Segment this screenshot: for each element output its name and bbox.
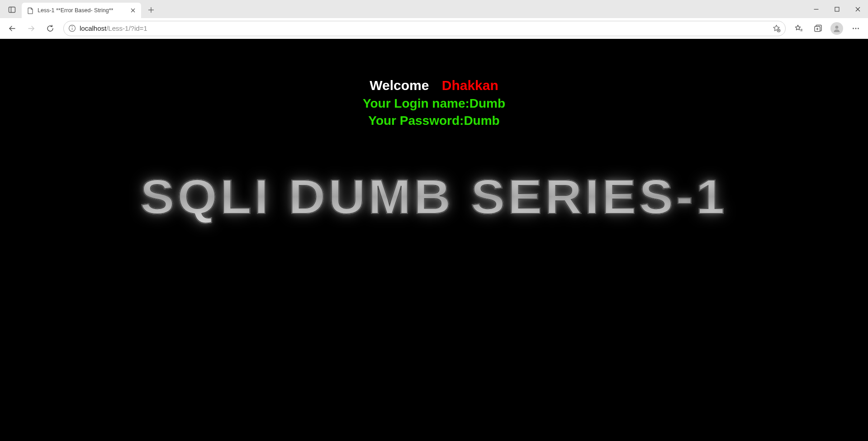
collections-button[interactable] — [809, 20, 826, 37]
minimize-icon — [814, 7, 819, 12]
new-tab-button[interactable] — [144, 3, 158, 17]
svg-point-25 — [855, 28, 857, 29]
svg-point-26 — [858, 28, 859, 29]
tab-actions-button[interactable] — [4, 2, 20, 17]
close-icon — [131, 8, 135, 13]
panel-icon — [8, 6, 16, 14]
svg-point-24 — [853, 28, 854, 29]
browser-tab-strip: Less-1 **Error Based- String** — [0, 0, 868, 18]
site-info-button[interactable] — [68, 24, 76, 32]
tab-title: Less-1 **Error Based- String** — [38, 7, 126, 14]
maximize-icon — [835, 7, 840, 12]
star-plus-icon — [772, 24, 781, 33]
nav-back-button[interactable] — [4, 20, 21, 37]
add-favorite-button[interactable] — [772, 24, 781, 33]
address-bar[interactable]: localhost/Less-1/?id=1 — [63, 21, 786, 36]
svg-point-14 — [72, 26, 73, 27]
window-minimize-button[interactable] — [806, 0, 826, 18]
window-maximize-button[interactable] — [826, 0, 847, 18]
window-close-button[interactable] — [847, 0, 868, 18]
welcome-name: Dhakkan — [442, 78, 498, 93]
more-icon — [852, 24, 860, 33]
nav-forward-button[interactable] — [23, 20, 40, 37]
browser-tab-active[interactable]: Less-1 **Error Based- String** — [22, 3, 141, 18]
info-icon — [68, 24, 76, 32]
svg-rect-0 — [9, 7, 15, 12]
hero-title: SQLI DUMB SERIES-1 — [141, 168, 728, 225]
url-host: localhost — [80, 24, 106, 32]
svg-rect-7 — [835, 7, 839, 11]
arrow-right-icon — [27, 24, 36, 33]
hero-title-wrap: SQLI DUMB SERIES-1 — [0, 168, 868, 225]
favorites-button[interactable] — [790, 20, 807, 37]
login-name-line: Your Login name:Dumb — [0, 95, 868, 112]
page-viewport: Welcome Dhakkan Your Login name:Dumb You… — [0, 39, 868, 441]
window-controls — [806, 0, 868, 18]
welcome-heading: Welcome Dhakkan — [0, 78, 868, 93]
password-line: Your Password:Dumb — [0, 112, 868, 129]
plus-icon — [148, 7, 154, 13]
url-text: localhost/Less-1/?id=1 — [80, 24, 147, 32]
svg-point-23 — [835, 25, 839, 28]
browser-toolbar: localhost/Less-1/?id=1 — [0, 18, 868, 39]
nav-refresh-button[interactable] — [42, 20, 59, 37]
page-icon — [27, 7, 34, 14]
tab-close-button[interactable] — [129, 7, 137, 14]
star-list-icon — [794, 24, 803, 33]
collections-icon — [813, 24, 822, 33]
arrow-left-icon — [8, 24, 17, 33]
refresh-icon — [46, 24, 54, 33]
welcome-label: Welcome — [370, 78, 429, 93]
url-path: /Less-1/?id=1 — [106, 24, 147, 32]
user-icon — [833, 24, 841, 33]
close-icon — [855, 7, 860, 12]
profile-button[interactable] — [830, 22, 843, 35]
menu-button[interactable] — [847, 20, 864, 37]
